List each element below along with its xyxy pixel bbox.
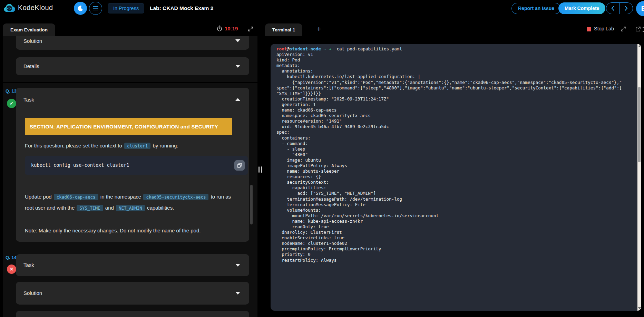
left-scrollbar-thumb[interactable]: [250, 185, 253, 224]
chevron-down-icon: [235, 39, 240, 42]
theme-toggle-button[interactable]: [74, 2, 87, 15]
hamburger-icon: [93, 6, 98, 10]
terminal-line: terminationMessagePath: /dev/termination…: [276, 196, 622, 202]
svg-text:<>: <>: [7, 7, 11, 10]
terminal-line: dnsPolicy: ClusterFirst: [276, 230, 622, 235]
terminal-line: kubectl.kubernetes.io/last-applied-confi…: [276, 74, 622, 79]
expand-icon: [248, 26, 253, 32]
terminal-line: priority: 0: [276, 252, 622, 257]
terminal-line: name: ckad06-cap-aecs: [276, 107, 622, 113]
new-terminal-button[interactable]: +: [314, 24, 324, 34]
terminal-line: generation: 1: [276, 102, 622, 107]
chevron-left-icon: [611, 6, 614, 11]
q14-solution-card[interactable]: Solution: [16, 282, 249, 305]
terminal-scrollbar-thumb[interactable]: [638, 87, 641, 162]
accordion-label: Details: [23, 63, 39, 69]
tab-exam-evaluation[interactable]: Exam Evaluation: [3, 23, 55, 36]
accordion-details[interactable]: Details: [16, 57, 249, 75]
terminal-line: {"apiVersion":"v1","kind":"Pod","metadat…: [276, 80, 622, 85]
inline-code-badge: SYS_TIME: [77, 205, 103, 211]
terminal-line: namespace: ckad05-securityctx-aecs: [276, 113, 622, 118]
terminal-line: image: ubuntu: [276, 157, 622, 163]
top-header: <> KodeKloud In Progress Lab: CKAD Mock …: [0, 0, 644, 17]
chevron-right-icon: [625, 6, 628, 11]
terminal-line: kind: Pod: [276, 57, 622, 63]
terminal-line: nodeName: cluster1-node02: [276, 241, 622, 246]
command-codeblock: kubectl config use-context cluster1: [25, 156, 248, 175]
scroll-down-arrow-icon[interactable]: [638, 307, 641, 309]
accordion-label: Solution: [23, 38, 42, 44]
mark-complete-button[interactable]: Mark Complete: [558, 2, 605, 14]
command-text: kubectl config use-context cluster1: [31, 162, 129, 168]
terminal-line: uid: 91ddee45-b46a-4fb7-9489-0e2c39fca5d…: [276, 124, 622, 129]
terminal-line: restartPolicy: Always: [276, 258, 622, 263]
terminal-line: "SYS_TIME"]}}}]}}: [276, 91, 622, 96]
stop-icon: [587, 27, 591, 31]
terminal-line: - mountPath: /var/run/secrets/kubernetes…: [276, 213, 622, 219]
terminal-panel: Terminal 1 + Stop Lab root@student-node …: [265, 19, 644, 317]
terminal-line: annotations:: [276, 68, 622, 74]
stop-lab-button[interactable]: Stop Lab: [594, 26, 614, 31]
terminal-line: capabilities:: [276, 185, 622, 191]
terminal-line: resources: {}: [276, 174, 622, 180]
terminal-screen[interactable]: root@student-node ~ → cat pod-capabiliti…: [271, 44, 641, 311]
inline-code-badge: ckad05-securityctx-aecs: [143, 194, 208, 200]
terminal-line: imagePullPolicy: Always: [276, 163, 622, 169]
q14-task-card[interactable]: Task: [16, 254, 249, 276]
menu-button[interactable]: [89, 2, 102, 15]
brand-name: KodeKloud: [18, 4, 53, 12]
avatar[interactable]: B: [636, 1, 644, 16]
tab-terminal-1[interactable]: Terminal 1: [265, 23, 302, 36]
panel-resize-handle[interactable]: [258, 166, 262, 173]
terminal-output: root@student-node ~ → cat pod-capabiliti…: [276, 46, 622, 263]
terminal-line: spec":{"containers":[{"command":["sleep"…: [276, 85, 622, 91]
terminal-line: resourceVersion: "1491": [276, 118, 622, 124]
open-external-button[interactable]: [635, 26, 641, 33]
question-list: Solution Details Q. 13 ✓ Task SECTION: A…: [3, 36, 257, 317]
terminal-line: preemptionPolicy: PreemptLowerPriority: [276, 246, 622, 252]
terminal-line: name: ubuntu-sleeper: [276, 169, 622, 174]
expand-terminal-button[interactable]: [621, 26, 626, 33]
terminal-line: readOnly: true: [276, 224, 622, 230]
inline-code-badge: cluster1: [124, 143, 150, 149]
expand-panel-button[interactable]: [248, 26, 253, 33]
terminal-line: add: ["SYS_TIME", "NET_ADMIN"]: [276, 191, 622, 196]
tab-separator: [308, 26, 308, 33]
terminal-line: volumeMounts:: [276, 208, 622, 213]
terminal-line: apiVersion: v1: [276, 52, 622, 57]
scroll-up-arrow-icon[interactable]: [638, 45, 641, 47]
terminal-line: spec:: [276, 129, 622, 135]
copy-icon: [237, 163, 242, 168]
clipped-icon: [643, 27, 644, 32]
accordion-solution[interactable]: Solution: [16, 36, 249, 50]
accordion-task-header[interactable]: Task: [23, 97, 34, 103]
external-link-icon: [635, 26, 641, 32]
x-icon: ✕: [10, 267, 13, 272]
moon-icon: [77, 5, 84, 11]
terminal-scrollbar[interactable]: [637, 44, 641, 311]
terminal-line: - command:: [276, 141, 622, 146]
exam-timer: 10:19: [217, 26, 238, 31]
inline-code-badge: ckad06-cap-aecs: [54, 194, 98, 200]
question-nav-pill: [606, 2, 633, 14]
terminal-prompt-line: root@student-node ~ → cat pod-capabiliti…: [276, 46, 622, 52]
context-instruction: For this question, please set the contex…: [25, 140, 242, 151]
expand-icon: [621, 26, 626, 32]
lab-title: Lab: CKAD Mock Exam 2: [150, 5, 213, 11]
question-number-q14: Q. 14: [6, 255, 17, 260]
report-issue-button[interactable]: Report an Issue: [511, 3, 561, 14]
next-card-partial[interactable]: [16, 311, 249, 317]
terminal-line: terminationMessagePolicy: File: [276, 202, 622, 208]
copy-button[interactable]: [234, 160, 245, 171]
chevron-down-icon: [235, 292, 240, 295]
exam-evaluation-panel: Exam Evaluation 10:19 Solution Details Q…: [3, 19, 257, 317]
terminal-line: creationTimestamp: "2025-09-23T11:24:17Z…: [276, 96, 622, 102]
terminal-line: name: kube-api-access-zn4kr: [276, 219, 622, 224]
prev-question-button[interactable]: [606, 3, 619, 14]
section-divider: [3, 82, 257, 83]
lab-status-badge: In Progress: [108, 3, 144, 13]
accordion-label: Task: [23, 262, 34, 268]
next-question-button[interactable]: [619, 3, 633, 14]
inline-code-badge: NET_ADMIN: [116, 205, 145, 211]
accordion-label: Solution: [23, 290, 42, 296]
